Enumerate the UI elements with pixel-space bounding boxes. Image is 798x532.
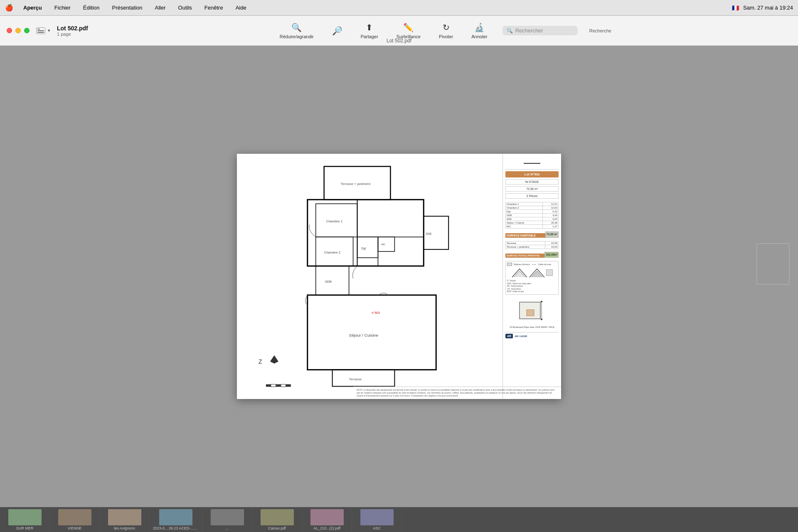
room-row: SDE3,94: [506, 217, 559, 221]
floor-info: 5e ETAGE: [505, 179, 559, 185]
room-name: Chambre 1: [506, 202, 543, 206]
rotate-button[interactable]: ↻ Pivoter: [436, 21, 456, 41]
rotate-icon: ↻: [443, 22, 450, 32]
zoom-out-label: Réduire/agrandir: [280, 34, 314, 39]
fullscreen-button[interactable]: [24, 28, 30, 33]
svg-text:Z: Z: [259, 358, 262, 365]
toolbar-file-label: Lot 502.pdf: [387, 38, 411, 45]
room-value: 4,40: [543, 214, 559, 217]
taskbar-item-label: SUR MER: [16, 526, 34, 530]
svg-marker-21: [270, 355, 278, 364]
svg-rect-2: [308, 200, 424, 266]
roof-section-2: [529, 267, 544, 278]
surface-totale-value: 102,45m²: [544, 252, 559, 258]
menu-presentation[interactable]: Présentation: [110, 4, 145, 12]
taskbar-item[interactable]: AL_210...(2).pdf: [302, 507, 352, 532]
zoom-out-icon: 🔍: [291, 22, 302, 32]
toolbar: ▾ Lot 502.pdf 1 page 🔍 Réduire/agrandir …: [0, 16, 798, 46]
taskbar-item-label: AL_210...(2).pdf: [313, 526, 340, 530]
taskbar-item[interactable]: VIENNE: [50, 507, 100, 532]
minimize-button[interactable]: [15, 28, 21, 33]
room-value: 1,47: [543, 225, 559, 229]
svg-marker-36: [540, 300, 543, 302]
taskbar-thumbnail: [8, 509, 42, 525]
room-name: WC: [506, 225, 543, 229]
room-row: WC1,47: [506, 225, 559, 229]
room-name: Chambre 2: [506, 206, 543, 210]
taskbar-thumbnail: [108, 509, 141, 525]
taskbar-item[interactable]: ASC: [352, 507, 402, 532]
taskbar-item-label: les Avignons: [114, 526, 135, 530]
taskbar: SUR MER VIENNE les Avignons 2023-0....39…: [0, 507, 798, 532]
terrasse-jardiniere-label: Terrasse + jardinière: [506, 245, 545, 249]
taskbar-item[interactable]: les Avignons: [100, 507, 150, 532]
sidebar-toggle-button[interactable]: ▾: [36, 27, 50, 34]
share-icon: ⬆: [366, 22, 373, 32]
info-panel: Lot N°502 5e ETAGE 73,36 m² 3 Pièces Cha…: [503, 154, 561, 399]
svg-rect-28: [276, 384, 281, 387]
close-button[interactable]: [7, 28, 12, 33]
taskbar-thumbnail: [261, 509, 294, 525]
app-window: ▾ Lot 502.pdf 1 page 🔍 Réduire/agrandir …: [0, 16, 798, 532]
share-button[interactable]: ⬆ Partager: [357, 21, 382, 41]
roof-section-flat: [546, 269, 553, 276]
share-label: Partager: [361, 34, 378, 39]
taskbar-item[interactable]: 2023-0....39.23 ACED-...ulté.pdf: [150, 507, 202, 532]
svg-text:SDE: SDE: [426, 232, 432, 235]
legend-sde: Salle-de-eau: [538, 263, 551, 266]
svg-rect-29: [281, 384, 286, 387]
menu-edition[interactable]: Édition: [81, 4, 102, 12]
taskbar-item[interactable]: ...: [202, 507, 252, 532]
address: 10 Boulevard Papa Jean XXIII 06000 / NIC…: [505, 326, 559, 329]
rotate-label: Pivoter: [439, 34, 453, 39]
svg-text:Terrasse: Terrasse: [349, 377, 362, 381]
terrasse-jardiniere-value: 19,00: [545, 245, 559, 249]
menu-fichier[interactable]: Fichier: [52, 4, 73, 12]
toolbar-center: 🔍 Réduire/agrandir 🔎 ⬆ Partager ✏️ Surbr…: [96, 21, 791, 41]
floor-plan-svg: Terrasse + jardinière SDE Chambre 1 Cham…: [241, 158, 498, 395]
search-input[interactable]: [515, 27, 574, 34]
file-name: Lot 502.pdf: [57, 25, 88, 32]
svg-marker-37: [540, 319, 543, 320]
svg-rect-27: [271, 384, 276, 387]
menu-aller[interactable]: Aller: [153, 4, 168, 12]
svg-rect-9: [357, 237, 378, 258]
taskbar-item-label: 2023-0....39.23 ACED-...ulté.pdf: [153, 526, 199, 530]
menu-flag: 🇫🇷: [732, 5, 739, 11]
svg-rect-17: [332, 370, 395, 387]
room-row: Dgt5,22: [506, 210, 559, 214]
menu-apercu[interactable]: Aperçu: [21, 4, 44, 12]
terrasse-label: Terrasse: [506, 241, 545, 245]
zoom-out-button[interactable]: 🔍 Réduire/agrandir: [276, 21, 317, 41]
room-value: 10,93: [543, 206, 559, 210]
lot-number: Lot N°502: [505, 171, 559, 177]
taskbar-thumbnail: [159, 509, 192, 525]
taskbar-item[interactable]: SUR MER: [0, 507, 50, 532]
legend-tdb: Tableau-diviseur: [513, 263, 530, 266]
menu-outils[interactable]: Outils: [176, 4, 195, 12]
svg-rect-26: [266, 384, 271, 387]
room-name: Dgt: [506, 210, 543, 214]
architect-name: AR / AZUR: [515, 335, 527, 337]
surface-habitable-row: SURFACE HABITABLE 73,36 m²: [505, 232, 559, 238]
svg-text:Dgt: Dgt: [362, 247, 366, 250]
terrasse-value: 10,09: [545, 241, 559, 245]
taskbar-thumbnail: [360, 509, 394, 525]
pieces-info: 3 Pièces: [505, 193, 559, 199]
building-svg: [517, 298, 547, 323]
sidebar-toggle-icon: [36, 27, 45, 34]
search-bar[interactable]: 🔍: [502, 26, 578, 35]
taskbar-item[interactable]: Caisse.pdf: [252, 507, 302, 532]
menu-aide[interactable]: Aide: [233, 4, 249, 12]
room-value: 3,94: [543, 217, 559, 221]
file-pages: 1 page: [57, 32, 88, 37]
menu-fenetre[interactable]: Fenêtre: [202, 4, 226, 12]
main-content-area: Terrasse + jardinière SDE Chambre 1 Cham…: [0, 46, 798, 507]
svg-rect-34: [527, 310, 534, 316]
annotate-button[interactable]: 🔬 Annoter: [468, 21, 491, 41]
apple-menu[interactable]: 🍎: [5, 4, 13, 12]
pdf-page: Terrasse + jardinière SDE Chambre 1 Cham…: [237, 154, 561, 399]
floor-plan-drawing: Terrasse + jardinière SDE Chambre 1 Cham…: [237, 154, 503, 399]
zoom-in-button[interactable]: 🔎: [329, 24, 346, 37]
taskbar-item-label: VIENNE: [68, 526, 82, 530]
